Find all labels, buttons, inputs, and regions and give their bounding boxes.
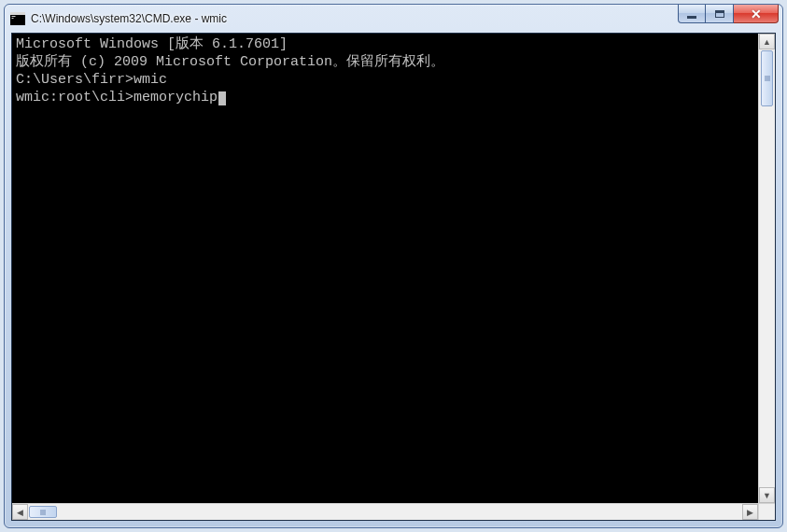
scroll-down-button[interactable]: ▼ <box>759 487 775 503</box>
horizontal-scrollbar[interactable]: ◀ ▶ <box>12 503 758 520</box>
svg-rect-3 <box>12 18 14 19</box>
terminal-cursor <box>218 91 226 105</box>
minimize-button[interactable] <box>678 5 706 23</box>
scroll-up-button[interactable]: ▲ <box>759 34 775 49</box>
horizontal-scroll-track[interactable] <box>28 504 742 520</box>
terminal-line: C:\Users\firr>wmic <box>16 71 758 89</box>
titlebar[interactable]: C:\Windows\system32\CMD.exe - wmic ✕ <box>5 5 782 33</box>
close-button[interactable]: ✕ <box>734 5 779 23</box>
svg-rect-1 <box>10 12 25 15</box>
maximize-button[interactable] <box>706 5 734 23</box>
vertical-scroll-thumb[interactable] <box>761 50 773 106</box>
client-area: Microsoft Windows [版本 6.1.7601]版权所有 (c) … <box>11 33 776 521</box>
vertical-scrollbar[interactable]: ▲ ▼ <box>758 34 775 503</box>
cmd-icon <box>10 11 25 26</box>
scroll-left-button[interactable]: ◀ <box>12 504 28 520</box>
window-title: C:\Windows\system32\CMD.exe - wmic <box>31 12 782 25</box>
scrollbar-corner <box>758 503 775 520</box>
terminal-line: Microsoft Windows [版本 6.1.7601] <box>16 35 758 53</box>
terminal-output[interactable]: Microsoft Windows [版本 6.1.7601]版权所有 (c) … <box>12 34 758 503</box>
window-controls: ✕ <box>678 5 779 23</box>
cmd-window: C:\Windows\system32\CMD.exe - wmic ✕ Mic… <box>4 4 783 528</box>
vertical-scroll-track[interactable] <box>759 49 775 487</box>
scroll-right-button[interactable]: ▶ <box>742 504 758 520</box>
svg-rect-2 <box>12 16 16 17</box>
horizontal-scroll-thumb[interactable] <box>29 506 57 518</box>
terminal-line: 版权所有 (c) 2009 Microsoft Corporation。保留所有… <box>16 53 758 71</box>
terminal-line: wmic:root\cli>memorychip <box>16 89 758 106</box>
